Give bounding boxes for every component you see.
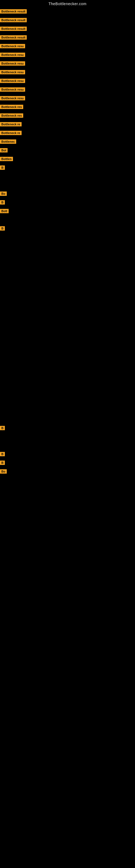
result-row: B [0, 198, 135, 207]
empty-row [0, 363, 135, 371]
empty-row [0, 389, 135, 397]
result-row: Bottleneck resu [0, 77, 135, 85]
empty-row [0, 268, 135, 276]
empty-row [0, 372, 135, 380]
empty-row [0, 276, 135, 284]
empty-row [0, 172, 135, 180]
bottleneck-badge: Bottlen [0, 157, 13, 161]
result-row: Bottleneck re [0, 120, 135, 128]
bottleneck-badge: Bottlenec [0, 140, 16, 144]
result-row: Bo [0, 190, 135, 198]
empty-row [0, 285, 135, 293]
empty-row [0, 380, 135, 389]
empty-row [0, 259, 135, 267]
empty-row [0, 433, 135, 441]
bottleneck-badge: Bottleneck resu [0, 96, 25, 100]
bottleneck-badge: Bottleneck result [0, 18, 27, 22]
bottleneck-badge: Bottleneck result [0, 9, 27, 13]
result-row: Bot [0, 146, 135, 154]
empty-row [0, 329, 135, 337]
empty-row [0, 441, 135, 450]
bottleneck-badge: Bottleneck res [0, 113, 23, 118]
bottleneck-badge: Bottleneck re [0, 122, 21, 126]
bottleneck-badge: Bottleneck resu [0, 79, 25, 83]
empty-row [0, 233, 135, 241]
empty-row [0, 415, 135, 424]
result-row: Bottleneck result [0, 7, 135, 16]
result-row: B [0, 424, 135, 432]
empty-row [0, 181, 135, 189]
bottleneck-badge: B [0, 461, 5, 465]
bottleneck-badge: Bottleneck result [0, 27, 27, 31]
bottleneck-badge: B [0, 452, 5, 456]
result-row: Bottleneck result [0, 33, 135, 41]
bottleneck-badge: Bottleneck resu [0, 87, 25, 92]
bottleneck-badge: Bottleneck res [0, 105, 23, 109]
bottleneck-badge: Bott [0, 209, 9, 213]
result-row: Bottleneck resu [0, 94, 135, 102]
result-row: Bottleneck result [0, 16, 135, 24]
site-title: TheBottlenecker.com [0, 0, 135, 7]
bottleneck-badge: Bo [0, 469, 7, 474]
bottleneck-badge: Bottleneck resu [0, 53, 25, 57]
result-row: Bottlen [0, 155, 135, 163]
empty-row [0, 337, 135, 345]
empty-row [0, 242, 135, 250]
empty-row [0, 294, 135, 302]
empty-row [0, 216, 135, 224]
bottleneck-badge: Bottleneck resu [0, 70, 25, 74]
empty-row [0, 303, 135, 311]
bottleneck-badge: Bottleneck re [0, 131, 21, 135]
result-row: B [0, 224, 135, 232]
bottleneck-badge: B [0, 165, 5, 170]
result-row: Bottleneck resu [0, 51, 135, 59]
result-row: Bottleneck resu [0, 59, 135, 67]
bottleneck-badge: Bottleneck resu [0, 44, 25, 48]
result-row: Bottleneck resu [0, 42, 135, 50]
result-row: B [0, 163, 135, 172]
bottleneck-badge: Bottleneck result [0, 35, 27, 40]
result-row: Bottleneck res [0, 112, 135, 120]
result-row: Bottleneck result [0, 25, 135, 33]
bottleneck-badge: Bottleneck resu [0, 61, 25, 66]
bottleneck-badge: Bot [0, 148, 8, 152]
result-row: Bottlenec [0, 137, 135, 146]
empty-row [0, 311, 135, 319]
bottleneck-badge: B [0, 426, 5, 430]
bottleneck-badge: B [0, 200, 5, 205]
result-row: Bottleneck re [0, 129, 135, 137]
result-row: Bott [0, 207, 135, 215]
bottleneck-badge: Bo [0, 191, 7, 196]
result-row: B [0, 459, 135, 467]
bottleneck-badge: B [0, 226, 5, 230]
result-row: B [0, 450, 135, 458]
empty-row [0, 320, 135, 328]
empty-row [0, 346, 135, 354]
result-row: Bo [0, 467, 135, 475]
empty-row [0, 398, 135, 406]
empty-row [0, 354, 135, 363]
empty-row [0, 250, 135, 258]
result-row: Bottleneck resu [0, 68, 135, 76]
result-row: Bottleneck res [0, 103, 135, 111]
result-row: Bottleneck resu [0, 86, 135, 94]
empty-row [0, 407, 135, 415]
